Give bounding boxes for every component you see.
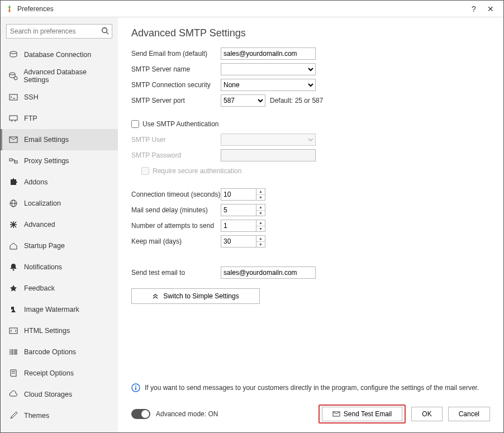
spin-up-icon[interactable]: ▲ (256, 236, 265, 242)
input-attempts[interactable] (221, 220, 256, 232)
input-smtp-pass (221, 149, 316, 161)
spin-down-icon[interactable]: ▼ (256, 242, 265, 248)
close-button[interactable]: ✕ (482, 4, 499, 13)
row-smtp-user: SMTP User (131, 133, 490, 146)
cancel-button[interactable]: Cancel (448, 407, 490, 421)
sidebar-item-label: Feedback (24, 284, 55, 292)
sidebar-item-label: SSH (24, 93, 39, 101)
window-body: Database Connection Advanced Database Se… (1, 17, 503, 432)
database-gear-icon (8, 71, 18, 81)
sidebar-item-advanced[interactable]: Advanced (1, 214, 118, 235)
switch-to-simple-button[interactable]: Switch to Simple Settings (131, 288, 260, 304)
sidebar-item-label: Localization (24, 199, 61, 207)
database-icon (8, 50, 18, 60)
input-test-to[interactable] (221, 267, 316, 279)
sidebar-item-advanced-database[interactable]: Advanced Database Settings (1, 65, 118, 87)
search-wrap (1, 22, 118, 44)
asterisk-icon (8, 220, 18, 230)
bell-icon (8, 262, 18, 272)
footer: Advanced mode: ON Send Test Email OK Can… (131, 400, 490, 427)
svg-rect-11 (15, 161, 17, 163)
sidebar-item-receipt-options[interactable]: Receipt Options (1, 363, 118, 384)
puzzle-icon (8, 177, 18, 187)
select-server-port[interactable]: 587 (221, 94, 265, 107)
svg-line-1 (107, 32, 109, 35)
checkbox-use-auth[interactable] (131, 120, 139, 128)
input-keep[interactable] (221, 235, 256, 248)
sidebar-item-localization[interactable]: Localization (1, 193, 118, 214)
proxy-icon (8, 156, 18, 166)
spin-up-icon[interactable]: ▲ (256, 220, 265, 226)
sidebar-item-addons[interactable]: Addons (1, 172, 118, 193)
label-attempts: Number of attempts to send (131, 222, 221, 230)
ftp-icon (8, 113, 18, 123)
spin-up-icon[interactable]: ▲ (256, 189, 265, 195)
sidebar-item-label: Advanced (24, 221, 55, 229)
sidebar-item-proxy-settings[interactable]: Proxy Settings (1, 150, 118, 172)
label-keep: Keep mail (days) (131, 237, 221, 245)
page-title: Advanced SMTP Settings (131, 27, 490, 39)
spin-down-icon[interactable]: ▼ (256, 195, 265, 201)
sidebar-item-startup-page[interactable]: Startup Page (1, 235, 118, 256)
search-box (6, 24, 112, 39)
sidebar-item-ssh[interactable]: SSH (1, 87, 118, 108)
sidebar: Database Connection Advanced Database Se… (1, 17, 118, 432)
spin-down-icon[interactable]: ▼ (256, 211, 265, 216)
sidebar-item-label: Image Watermark (24, 306, 79, 313)
input-send-from[interactable] (221, 47, 316, 60)
sidebar-item-image-watermark[interactable]: Image Watermark (1, 299, 118, 320)
sidebar-item-barcode-options[interactable]: Barcode Options (1, 341, 118, 363)
search-input[interactable] (6, 24, 112, 39)
spinner-timeout: ▲▼ (221, 188, 265, 201)
svg-rect-5 (9, 94, 17, 100)
sidebar-item-email-settings[interactable]: Email Settings (1, 129, 118, 150)
label-server-name: SMTP Server name (131, 65, 221, 73)
sidebar-item-html-settings[interactable]: HTML Settings (1, 320, 118, 341)
input-delay[interactable] (221, 204, 256, 216)
sidebar-item-cloud-storages[interactable]: Cloud Storages (1, 384, 118, 405)
checkbox-req-secure (141, 167, 149, 175)
send-test-email-button[interactable]: Send Test Email (322, 407, 403, 421)
titlebar: Preferences ? ✕ (1, 1, 503, 17)
sidebar-item-label: Barcode Options (24, 348, 76, 356)
preferences-window: Preferences ? ✕ Database Connection (0, 0, 504, 433)
sidebar-item-label: Proxy Settings (24, 157, 69, 165)
label-smtp-user: SMTP User (131, 136, 221, 144)
brush-icon (8, 411, 18, 421)
svg-point-15 (13, 269, 15, 271)
send-test-email-highlight: Send Test Email (318, 405, 406, 424)
svg-rect-10 (9, 159, 12, 161)
sidebar-item-label: Addons (24, 178, 47, 186)
sidebar-item-notifications[interactable]: Notifications (1, 256, 118, 278)
envelope-icon (8, 135, 18, 145)
send-test-label: Send Test Email (344, 410, 392, 418)
sidebar-item-label: Cloud Storages (24, 391, 72, 398)
advanced-mode-toggle[interactable] (131, 409, 150, 419)
row-use-auth: Use SMTP Authentication (131, 117, 490, 131)
sidebar-item-feedback[interactable]: Feedback (1, 278, 118, 299)
row-server-name: SMTP Server name (131, 63, 490, 76)
sidebar-item-ftp[interactable]: FTP (1, 108, 118, 129)
row-timeout: Connection timeout (seconds) ▲▼ (131, 188, 490, 201)
ok-button[interactable]: OK (411, 407, 442, 421)
barcode-icon (8, 347, 18, 357)
label-smtp-pass: SMTP Password (131, 151, 221, 159)
label-use-auth: Use SMTP Authentication (142, 120, 219, 128)
row-send-from: Send Email from (default) (131, 47, 490, 60)
label-timeout: Connection timeout (seconds) (131, 191, 221, 198)
sidebar-item-database-connection[interactable]: Database Connection (1, 44, 118, 65)
input-timeout[interactable] (221, 188, 256, 201)
spin-down-icon[interactable]: ▼ (256, 226, 265, 232)
row-server-port: SMTP Server port 587 Default: 25 or 587 (131, 94, 490, 107)
help-button[interactable]: ? (465, 4, 482, 13)
svg-point-2 (10, 51, 17, 54)
info-bar: If you want to send messages to your cus… (131, 380, 490, 400)
select-conn-sec[interactable]: None (221, 79, 316, 91)
sidebar-item-themes[interactable]: Themes (1, 405, 118, 426)
sidebar-nav: Database Connection Advanced Database Se… (1, 44, 118, 432)
spinner-keep: ▲▼ (221, 235, 265, 248)
search-icon[interactable] (101, 27, 109, 35)
spin-up-icon[interactable]: ▲ (256, 204, 265, 211)
select-server-name[interactable] (221, 63, 316, 75)
info-icon (131, 383, 140, 392)
